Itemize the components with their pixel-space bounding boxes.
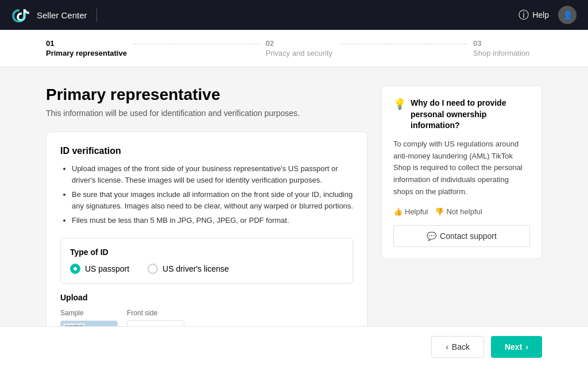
header: Seller Center ⓘ Help 👤 — [0, 0, 588, 30]
seller-center-label: Seller Center — [37, 10, 87, 20]
help-button[interactable]: ⓘ Help — [519, 8, 549, 22]
tiktok-logo-icon — [11, 5, 32, 25]
header-right: ⓘ Help 👤 — [519, 6, 577, 24]
radio-us-drivers-license-label: US driver's license — [163, 264, 229, 273]
sample-col-label: Sample — [60, 309, 84, 317]
id-type-section: Type of ID US passport US driver's licen… — [60, 238, 353, 284]
back-button[interactable]: ‹ Back — [431, 336, 484, 358]
back-label: Back — [452, 342, 470, 351]
step-2: 02 Privacy and security — [265, 39, 334, 57]
left-panel: Primary representative This information … — [46, 86, 368, 367]
info-body: To comply with US regulations around ant… — [393, 138, 530, 198]
step-3-number: 03 — [473, 39, 481, 48]
step-2-number: 02 — [265, 39, 273, 48]
upload-label: Upload — [60, 293, 353, 302]
lightbulb-icon: 💡 — [393, 98, 406, 110]
logo: Seller Center — [11, 5, 87, 25]
helpful-label: Helpful — [405, 207, 428, 216]
info-card-header: 💡 Why do I need to provide personal owne… — [393, 98, 530, 132]
id-verification-title: ID verification — [60, 146, 353, 156]
radio-us-passport-label: US passport — [85, 264, 129, 273]
info-title: Why do I need to provide personal owners… — [411, 98, 530, 132]
help-circle-icon: ⓘ — [519, 8, 529, 22]
helpful-button[interactable]: 👍 Helpful — [393, 207, 428, 216]
steps-bar: 01 Primary representative 02 Privacy and… — [0, 30, 588, 67]
bullet-1: Upload images of the front side of your … — [72, 163, 353, 186]
helpful-row: 👍 Helpful 👎 Not helpful — [393, 207, 530, 216]
contact-support-label: Contact support — [440, 231, 497, 241]
radio-us-drivers-license-btn[interactable] — [148, 264, 158, 274]
bullet-2: Be sure that your images include all inf… — [72, 189, 353, 211]
radio-us-passport[interactable]: US passport — [70, 264, 129, 274]
next-button[interactable]: Next › — [491, 336, 542, 358]
radio-us-passport-btn[interactable] — [70, 264, 80, 274]
back-chevron-icon: ‹ — [446, 342, 448, 351]
avatar[interactable]: 👤 — [558, 6, 577, 24]
step-1-number: 01 — [46, 39, 54, 48]
page-subtitle: This information will be used for identi… — [46, 109, 368, 118]
svg-rect-0 — [11, 5, 32, 25]
not-helpful-label: Not helpful — [446, 207, 482, 216]
contact-support-button[interactable]: 💬 Contact support — [393, 225, 530, 247]
info-card: 💡 Why do I need to provide personal owne… — [381, 86, 542, 259]
front-side-col-label: Front side — [127, 309, 157, 317]
step-3-label: Shop information — [473, 49, 529, 57]
main-content: Primary representative This information … — [0, 67, 588, 367]
step-2-label: Privacy and security — [265, 49, 332, 57]
header-divider — [96, 8, 97, 22]
bullet-3: Files must be less than 5 MB in JPG, PNG… — [72, 215, 353, 226]
avatar-icon: 👤 — [563, 10, 572, 20]
bottom-bar: ‹ Back Next › — [0, 326, 588, 367]
thumbs-down-icon: 👎 — [435, 207, 444, 216]
help-label: Help — [532, 10, 549, 20]
step-1: 01 Primary representative — [46, 39, 127, 57]
next-chevron-icon: › — [525, 342, 528, 351]
thumbs-up-icon: 👍 — [393, 207, 403, 216]
right-panel: 💡 Why do I need to provide personal owne… — [381, 86, 542, 367]
id-type-label: Type of ID — [70, 248, 343, 257]
step-3: 03 Shop information — [473, 39, 542, 57]
step-connector-2 — [341, 44, 466, 44]
radio-us-drivers-license[interactable]: US driver's license — [148, 264, 229, 274]
step-connector-1 — [134, 44, 259, 44]
chat-icon: 💬 — [427, 231, 436, 241]
not-helpful-button[interactable]: 👎 Not helpful — [435, 207, 482, 216]
step-1-label: Primary representative — [46, 49, 127, 57]
id-verification-bullets: Upload images of the front side of your … — [60, 163, 353, 226]
next-label: Next — [505, 342, 522, 351]
radio-group: US passport US driver's license — [70, 264, 343, 274]
page-title: Primary representative — [46, 86, 368, 104]
